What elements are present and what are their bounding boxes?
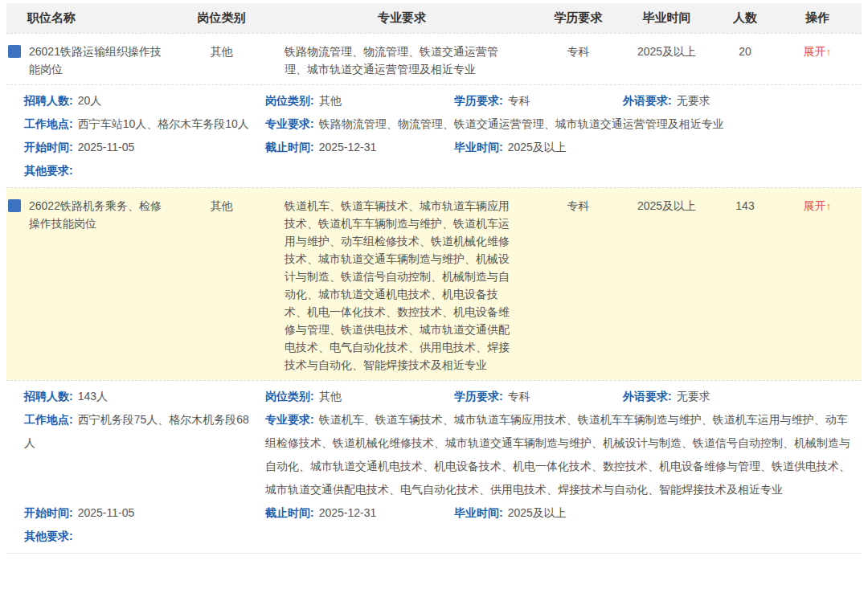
detail-label-end: 截止时间:	[265, 141, 314, 153]
detail-label-location: 工作地点:	[24, 117, 73, 130]
job-graduation: 2025及以上	[616, 197, 717, 215]
detail-label-recruit: 招聘人数:	[24, 390, 73, 403]
detail-label-other: 其他要求:	[24, 530, 73, 542]
detail-value-recruit: 143人	[78, 390, 108, 403]
detail-label-graduation: 毕业时间:	[454, 506, 503, 519]
detail-value-category: 其他	[319, 390, 342, 403]
detail-label-majors: 专业要求:	[265, 117, 314, 130]
detail-value-end: 2025-12-31	[319, 141, 377, 153]
job-count: 20	[717, 43, 773, 60]
job-table: 职位名称 岗位类别 专业要求 学历要求 毕业时间 人数 操作 26021铁路运输…	[6, 3, 862, 554]
job-name-cell: 26022铁路机务乘务、检修操作技能岗位	[6, 197, 179, 232]
row-checkbox[interactable]	[8, 199, 21, 212]
job-education: 专科	[540, 43, 616, 60]
detail-label-education: 学历要求:	[454, 390, 503, 403]
col-header-position-name: 职位名称	[6, 10, 179, 26]
col-header-action: 操作	[773, 10, 862, 26]
detail-value-start: 2025-11-05	[78, 506, 135, 519]
detail-value-graduation: 2025及以上	[508, 141, 567, 153]
col-header-count: 人数	[717, 10, 773, 26]
col-header-graduation: 毕业时间	[616, 10, 717, 26]
detail-label-category: 岗位类别:	[265, 94, 314, 107]
collapse-toggle[interactable]: 展开↑	[804, 199, 832, 212]
arrow-up-icon: ↑	[826, 46, 832, 58]
detail-label-graduation: 毕业时间:	[454, 141, 503, 153]
detail-label-education: 学历要求:	[454, 94, 503, 107]
col-header-category: 岗位类别	[179, 10, 264, 26]
detail-value-majors: 铁路物流管理、物流管理、铁道交通运营管理、城市轨道交通运营管理及相近专业	[319, 117, 724, 130]
job-row-26021: 26021铁路运输组织操作技能岗位 其他 铁路物流管理、物流管理、铁道交通运营管…	[6, 33, 862, 84]
detail-label-end: 截止时间:	[265, 506, 314, 519]
detail-label-start: 开始时间:	[24, 506, 73, 519]
row-checkbox[interactable]	[8, 45, 21, 58]
detail-value-education: 专科	[508, 94, 530, 107]
job-education: 专科	[540, 197, 616, 215]
detail-value-education: 专科	[508, 390, 530, 403]
detail-value-graduation: 2025及以上	[508, 506, 567, 519]
detail-label-start: 开始时间:	[24, 141, 73, 153]
detail-label-majors: 专业要求:	[265, 413, 314, 426]
table-header: 职位名称 岗位类别 专业要求 学历要求 毕业时间 人数 操作	[6, 3, 862, 33]
job-name: 26022铁路机务乘务、检修操作技能岗位	[29, 197, 165, 232]
job-category: 其他	[179, 197, 264, 215]
arrow-up-icon: ↑	[826, 200, 832, 212]
job-row-26022: 26022铁路机务乘务、检修操作技能岗位 其他 铁道机车、铁道车辆技术、城市轨道…	[6, 187, 862, 380]
job-count: 143	[717, 197, 773, 215]
job-graduation: 2025及以上	[616, 43, 717, 60]
detail-value-recruit: 20人	[78, 94, 102, 107]
detail-value-foreign: 无要求	[677, 390, 710, 403]
job-category: 其他	[179, 43, 264, 60]
detail-value-foreign: 无要求	[677, 94, 710, 107]
detail-value-start: 2025-11-05	[78, 141, 135, 153]
job-detail-26021: 招聘人数:20人 岗位类别:其他 学历要求:专科 外语要求:无要求 工作地点:西…	[6, 84, 862, 187]
detail-label-other: 其他要求:	[24, 164, 73, 177]
detail-value-end: 2025-12-31	[319, 506, 377, 519]
detail-value-majors: 铁道机车、铁道车辆技术、城市轨道车辆应用技术、铁道机车车辆制造与维护、铁道机车运…	[265, 413, 850, 496]
detail-label-location: 工作地点:	[24, 413, 73, 426]
detail-label-recruit: 招聘人数:	[24, 94, 73, 107]
job-majors: 铁道机车、铁道车辆技术、城市轨道车辆应用技术、铁道机车车辆制造与维护、铁道机车运…	[264, 197, 540, 374]
detail-value-location: 西宁车站10人、格尔木车务段10人	[78, 117, 249, 130]
detail-value-category: 其他	[319, 94, 342, 107]
job-name-cell: 26021铁路运输组织操作技能岗位	[6, 43, 179, 78]
col-header-majors: 专业要求	[264, 10, 540, 26]
collapse-toggle[interactable]: 展开↑	[804, 45, 832, 58]
detail-label-foreign: 外语要求:	[623, 390, 672, 403]
job-majors: 铁路物流管理、物流管理、铁道交通运营管理、城市轨道交通运营管理及相近专业	[264, 43, 540, 78]
job-name: 26021铁路运输组织操作技能岗位	[29, 43, 165, 78]
detail-label-category: 岗位类别:	[265, 390, 314, 403]
job-detail-26022: 招聘人数:143人 岗位类别:其他 学历要求:专科 外语要求:无要求 工作地点:…	[6, 380, 862, 553]
col-header-education: 学历要求	[540, 10, 616, 26]
detail-label-foreign: 外语要求:	[623, 94, 672, 107]
